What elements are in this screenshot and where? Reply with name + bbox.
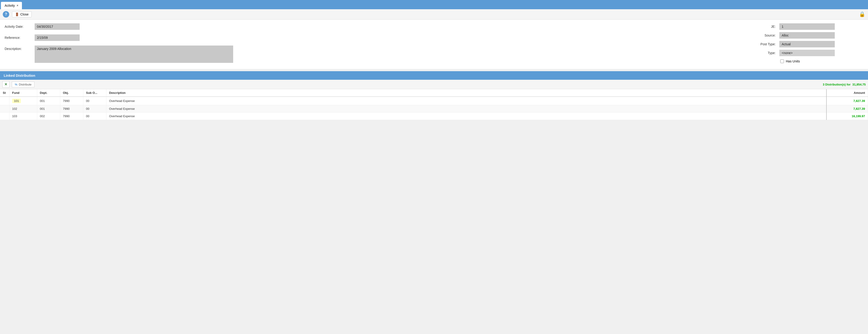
tab-label: Activity: [5, 4, 15, 7]
close-label: Close: [20, 12, 29, 16]
lock-icon: 🔒: [859, 11, 865, 17]
distribution-summary: 3 Distribution(s) for 31,854.75: [823, 83, 866, 86]
excel-button[interactable]: ✕: [2, 81, 9, 88]
table-row: 102 001 7990 00 Overhead Expense 7,827.3…: [0, 105, 868, 113]
col-header-subo: Sub O...: [83, 89, 106, 96]
type-input[interactable]: [779, 50, 835, 56]
help-button[interactable]: ?: [3, 11, 9, 18]
desc-cell: Overhead Expense: [106, 113, 827, 120]
has-units-checkbox[interactable]: [780, 59, 784, 63]
fund-cell: 101: [9, 96, 37, 105]
activity-date-label: Activity Date:: [5, 25, 30, 28]
has-units-row: Has Units: [757, 59, 863, 63]
post-type-row: Post Type:: [757, 41, 863, 47]
dept-cell: 002: [37, 113, 60, 120]
amount-cell: 7,827.39: [827, 96, 868, 105]
subo-cell: 00: [83, 113, 106, 120]
obj-cell: 7990: [60, 105, 83, 113]
col-header-obj: Obj.: [60, 89, 83, 96]
close-button[interactable]: 🚪 Close: [12, 11, 32, 17]
desc-cell: Overhead Expense: [106, 105, 827, 113]
description-label: Description:: [5, 47, 30, 51]
linked-distribution-header: Linked Distribution: [0, 71, 868, 80]
tab-close-icon[interactable]: ×: [17, 4, 18, 7]
source-label: Source:: [757, 33, 776, 37]
st-cell: [0, 113, 9, 120]
activity-date-input[interactable]: [35, 23, 80, 30]
subo-cell: 00: [83, 96, 106, 105]
table-row: 103 002 7990 00 Overhead Expense 16,199.…: [0, 113, 868, 120]
reference-input[interactable]: [35, 34, 80, 41]
activity-date-row: Activity Date:: [5, 23, 748, 30]
st-cell: [0, 96, 9, 105]
je-label: JE:: [757, 25, 776, 28]
je-input[interactable]: [779, 23, 835, 30]
je-row: JE:: [757, 23, 863, 30]
col-header-dept: Dept.: [37, 89, 60, 96]
main-toolbar: ? 🚪 Close 🔒: [0, 9, 868, 20]
distribution-table-container: St Fund Dept. Obj. Sub O... Description …: [0, 89, 868, 120]
dist-amount: 31,854.75: [852, 83, 866, 86]
post-type-input[interactable]: [779, 41, 835, 47]
dept-cell: 001: [37, 105, 60, 113]
close-icon: 🚪: [15, 12, 19, 16]
distribute-button[interactable]: % Distribute: [12, 82, 34, 87]
fund-value: 101: [12, 99, 21, 103]
distribution-toolbar: ✕ % Distribute 3 Distribution(s) for 31,…: [0, 80, 868, 89]
activity-tab[interactable]: Activity ×: [1, 2, 22, 9]
excel-icon: ✕: [4, 82, 7, 86]
type-row: Type:: [757, 50, 863, 56]
desc-cell: Overhead Expense: [106, 96, 827, 105]
amount-cell: 7,827.39: [827, 105, 868, 113]
distribution-table: St Fund Dept. Obj. Sub O... Description …: [0, 89, 868, 120]
subo-cell: 00: [83, 105, 106, 113]
obj-cell: 7990: [60, 113, 83, 120]
form-area: Activity Date: Reference: Description: J…: [0, 20, 868, 69]
description-row: Description: January 2009 Allocation: [5, 46, 748, 63]
col-header-amount: Amount: [827, 89, 868, 96]
percent-icon: %: [15, 83, 18, 86]
tab-bar: Activity ×: [0, 0, 868, 9]
obj-cell: 7990: [60, 96, 83, 105]
dept-cell: 001: [37, 96, 60, 105]
col-header-fund: Fund: [9, 89, 37, 96]
col-header-st: St: [0, 89, 9, 96]
has-units-label: Has Units: [786, 59, 800, 63]
reference-row: Reference:: [5, 34, 748, 41]
fund-cell: 103: [9, 113, 37, 120]
type-label: Type:: [757, 51, 776, 55]
col-header-desc: Description: [106, 89, 827, 96]
distribute-label: Distribute: [19, 83, 32, 86]
table-header-row: St Fund Dept. Obj. Sub O... Description …: [0, 89, 868, 96]
description-input[interactable]: January 2009 Allocation: [35, 46, 233, 63]
source-row: Source:: [757, 32, 863, 38]
fund-cell: 102: [9, 105, 37, 113]
reference-label: Reference:: [5, 36, 30, 39]
amount-cell: 16,199.97: [827, 113, 868, 120]
table-row: 101 001 7990 00 Overhead Expense 7,827.3…: [0, 96, 868, 105]
st-cell: [0, 105, 9, 113]
post-type-label: Post Type:: [757, 42, 776, 46]
source-input[interactable]: [779, 32, 835, 38]
dist-summary-text: 3 Distribution(s) for: [823, 83, 851, 86]
linked-distribution-title: Linked Distribution: [4, 74, 35, 78]
